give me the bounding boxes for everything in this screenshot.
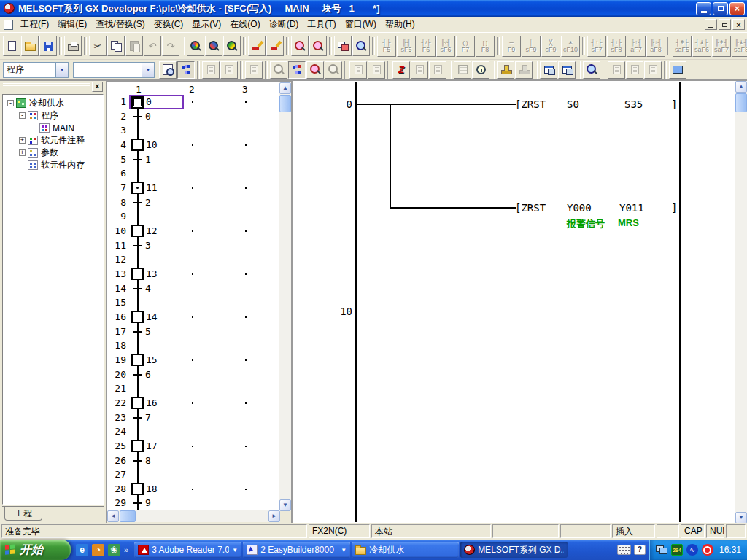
sfc-transition[interactable] xyxy=(133,331,142,332)
clock-setting-button[interactable] xyxy=(472,61,489,79)
sfc-transition[interactable] xyxy=(133,374,142,376)
media-app-icon[interactable]: ◔ xyxy=(92,544,104,556)
cut-button[interactable]: ✂ xyxy=(89,36,107,56)
sfc-step[interactable] xyxy=(131,483,144,495)
sfc-diagram-canvas[interactable]: 1231020341051671182910121131213131441516… xyxy=(107,82,280,511)
expand-icon[interactable]: + xyxy=(19,149,26,156)
menu-工程F[interactable]: 工程(F) xyxy=(16,16,53,33)
sfc-transition[interactable] xyxy=(133,288,142,289)
copy-button[interactable] xyxy=(107,36,125,56)
find-string-button[interactable] xyxy=(223,36,241,56)
sfc-step[interactable] xyxy=(131,139,144,151)
minimize-button[interactable] xyxy=(696,2,711,15)
collapse-icon[interactable]: - xyxy=(19,112,26,119)
open-button[interactable] xyxy=(21,36,39,56)
sfc-step[interactable] xyxy=(131,268,144,280)
sfc-transition[interactable] xyxy=(133,502,142,504)
ladder-diagram-canvas[interactable]: 0 [ZRST S0 S35 ] [ZRST Y000 Y011 ] 报警信号 … xyxy=(294,82,735,522)
ladder-vertical-scrollbar[interactable]: ▲ ▼ xyxy=(735,81,747,524)
sfc-transition[interactable] xyxy=(133,417,142,419)
print-button[interactable] xyxy=(64,36,82,56)
sfc-vertical-scrollbar[interactable]: ▲ ▼ xyxy=(279,82,291,511)
tree-item-program[interactable]: -程序 xyxy=(3,109,103,122)
sfc-transition[interactable] xyxy=(133,159,142,160)
program-find-button[interactable] xyxy=(352,36,370,56)
find-device-button[interactable] xyxy=(187,36,204,56)
sfc-step[interactable] xyxy=(131,440,144,452)
messenger-app-icon[interactable]: ❀ xyxy=(108,544,120,556)
sfc-transition[interactable] xyxy=(133,245,142,246)
menu-显示V[interactable]: 显示(V) xyxy=(187,16,225,33)
taskbar-dropdown-icon[interactable]: ▼ xyxy=(341,547,347,553)
sfc-step[interactable] xyxy=(131,311,144,323)
sfc-initial-step[interactable] xyxy=(131,96,144,109)
save-button[interactable] xyxy=(39,36,57,56)
sfc-step[interactable] xyxy=(131,225,144,237)
combo-dropdown-icon[interactable]: ▼ xyxy=(55,63,68,77)
scroll-down-button[interactable]: ▼ xyxy=(735,512,747,524)
scroll-up-button[interactable]: ▲ xyxy=(735,81,747,93)
sfc-step[interactable] xyxy=(131,354,144,366)
sfc-step[interactable] xyxy=(131,182,144,194)
scroll-right-button[interactable]: ► xyxy=(268,510,280,522)
scroll-left-button[interactable]: ◄ xyxy=(107,510,119,522)
stamp-button[interactable] xyxy=(497,61,514,79)
audio-tray-icon[interactable]: ∿ xyxy=(686,544,698,556)
menu-查找替换S[interactable]: 查找/替换(S) xyxy=(91,16,149,33)
taskbar-clock[interactable]: 16:31 xyxy=(719,545,741,555)
tree-item-project[interactable]: -冷却供水 xyxy=(3,97,103,109)
keyboard-input-icon[interactable] xyxy=(617,545,631,555)
menu-窗口W[interactable]: 窗口(W) xyxy=(341,16,381,33)
mdi-restore-button[interactable] xyxy=(719,19,731,30)
quick-launch-chevron-icon[interactable]: » xyxy=(124,545,128,554)
sfc-horizontal-scrollbar[interactable]: ◄ ► xyxy=(107,510,280,522)
taskbar-button-冷却供水[interactable]: 冷却供水 xyxy=(352,542,459,558)
sfc-transition[interactable] xyxy=(133,116,142,117)
comment-display-button[interactable] xyxy=(159,61,177,79)
sfc-transition[interactable] xyxy=(133,460,142,462)
scroll-down-button[interactable]: ▼ xyxy=(279,499,291,511)
collapse-icon[interactable]: - xyxy=(7,100,14,106)
monitor-display-button[interactable] xyxy=(669,61,686,79)
taskbar-button-melsoft系列-gx-d...[interactable]: MELSOFT系列 GX D... xyxy=(460,542,568,558)
start-button[interactable]: 开始 xyxy=(0,540,71,560)
sfc-hscroll-thumb[interactable] xyxy=(120,510,136,522)
input-help-icon[interactable]: ? xyxy=(634,545,646,555)
meter-tray-icon[interactable]: 294 xyxy=(671,544,683,556)
zoom-find-button[interactable] xyxy=(583,61,600,79)
sfc-vscroll-thumb[interactable] xyxy=(279,95,291,112)
mdi-minimize-button[interactable] xyxy=(705,19,717,30)
network-tray-icon[interactable] xyxy=(656,544,667,556)
panel-grip-handle[interactable] xyxy=(3,83,90,90)
internet-explorer-icon[interactable]: e xyxy=(76,544,88,556)
sfc-transition[interactable] xyxy=(133,202,142,203)
program-convert-button[interactable]: Z xyxy=(392,61,410,79)
menu-工具T[interactable]: 工具(T) xyxy=(303,16,340,33)
ladder-vscroll-thumb[interactable] xyxy=(735,93,747,112)
menu-帮助H[interactable]: 帮助(H) xyxy=(381,16,419,33)
sfc-step[interactable] xyxy=(131,397,144,409)
transfer-setup-button[interactable] xyxy=(334,36,352,56)
sfc-block-list-button[interactable] xyxy=(288,61,306,79)
taskbar-dropdown-icon[interactable]: ▼ xyxy=(232,547,238,553)
tab-project[interactable]: 工程 xyxy=(4,507,42,521)
monitor-find-button[interactable] xyxy=(306,61,324,79)
project-data-list-button[interactable] xyxy=(177,61,195,79)
record-tray-icon[interactable] xyxy=(702,544,713,556)
open-window-button[interactable] xyxy=(540,61,557,79)
taskbar-button-3-adobe-reader-7.0[interactable]: 3 Adobe Reader 7.0▼ xyxy=(134,542,241,558)
find-instruction-button[interactable] xyxy=(205,36,222,56)
new-button[interactable] xyxy=(3,36,20,56)
open-window-2-button[interactable] xyxy=(558,61,576,79)
restore-button[interactable] xyxy=(713,2,728,15)
scroll-up-button[interactable]: ▲ xyxy=(279,82,291,94)
project-panel-close-button[interactable]: × xyxy=(92,82,103,92)
close-button[interactable]: × xyxy=(729,2,745,15)
menu-在线O[interactable]: 在线(O) xyxy=(225,16,264,33)
mdi-close-button[interactable]: × xyxy=(732,19,745,30)
tree-item-memory[interactable]: 软元件内存 xyxy=(3,159,103,171)
tree-item-main[interactable]: MAIN xyxy=(3,122,103,134)
combo-dropdown-icon[interactable]: ▼ xyxy=(142,63,154,77)
mdi-document-icon[interactable] xyxy=(4,20,13,30)
program-type-combobox[interactable]: 程序 ▼ xyxy=(3,62,69,78)
